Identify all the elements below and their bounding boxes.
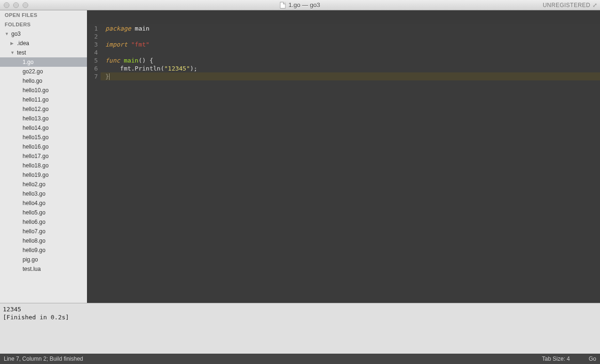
tree-file[interactable]: hello.go (0, 76, 87, 86)
tree-label: hello15.go (23, 134, 48, 141)
file-icon (280, 2, 285, 8)
tree-file[interactable]: hello16.go (0, 142, 87, 151)
tree-label: hello17.go (23, 153, 48, 159)
tree-file[interactable]: hello14.go (0, 123, 87, 133)
tree-label: 1.go (23, 59, 33, 65)
gutter: 1234567 (87, 24, 101, 303)
tree-file[interactable]: hello11.go (0, 95, 87, 104)
unregistered-badge: UNREGISTERED ⤢ (543, 2, 597, 8)
sidebar: OPEN FILES FOLDERS ▼ go3 ▶.idea▼test1.go… (0, 10, 87, 303)
tree-file[interactable]: hello15.go (0, 133, 87, 142)
tree-file[interactable]: hello2.go (0, 180, 87, 189)
unregistered-label: UNREGISTERED (543, 2, 590, 8)
tree-file[interactable]: hello8.go (0, 236, 87, 245)
zoom-window-icon[interactable] (23, 2, 28, 8)
tree-file[interactable]: hello18.go (0, 161, 87, 170)
window-title-text: 1.go — go3 (288, 1, 320, 8)
tree-file[interactable]: hello9.go (0, 245, 87, 255)
tree-file[interactable]: hello5.go (0, 208, 87, 217)
fullscreen-icon[interactable]: ⤢ (592, 2, 598, 8)
tree-label: hello4.go (23, 200, 46, 206)
tree-file[interactable]: 1.go (0, 57, 87, 67)
tree-label: hello16.go (23, 143, 48, 150)
main-area: OPEN FILES FOLDERS ▼ go3 ▶.idea▼test1.go… (0, 10, 600, 303)
window-title: 1.go — go3 (280, 1, 320, 8)
tree-label: hello11.go (23, 96, 48, 103)
titlebar: 1.go — go3 UNREGISTERED ⤢ (0, 0, 600, 10)
tree-label: hello10.go (23, 87, 48, 94)
tree-label: hello19.go (23, 172, 48, 178)
tree-file[interactable]: test.lua (0, 264, 87, 274)
tree-file[interactable]: hello7.go (0, 227, 87, 236)
tree-file[interactable]: hello17.go (0, 151, 87, 161)
tree-label: go22.go (23, 68, 43, 75)
line-number: 4 (87, 48, 98, 56)
line-number: 5 (87, 56, 98, 64)
folders-header[interactable]: FOLDERS (0, 20, 87, 29)
build-output-panel[interactable]: 12345 [Finished in 0.2s] (0, 303, 600, 354)
tree-file[interactable]: pig.go (0, 255, 87, 264)
status-syntax[interactable]: Go (589, 356, 596, 362)
tree-file[interactable]: hello13.go (0, 114, 87, 123)
code-line: fmt.Println("12345"); (105, 64, 600, 72)
open-files-header[interactable]: OPEN FILES (0, 10, 87, 20)
tree-file[interactable]: hello4.go (0, 198, 87, 208)
tree-label: hello2.go (23, 181, 46, 188)
tree-label: hello5.go (23, 209, 46, 216)
output-line: [Finished in 0.2s] (3, 313, 597, 321)
tree-label: hello14.go (23, 125, 48, 131)
minimize-window-icon[interactable] (13, 2, 19, 8)
tab-bar[interactable] (87, 10, 600, 24)
chevron-down-icon: ▼ (5, 32, 9, 36)
tree-file[interactable]: hello3.go (0, 189, 87, 198)
line-number: 6 (87, 64, 98, 72)
tree-label: hello8.go (23, 237, 46, 244)
tree-file[interactable]: hello19.go (0, 170, 87, 180)
tree-label: hello9.go (23, 247, 46, 253)
current-line-highlight (101, 72, 600, 80)
code-line (105, 32, 600, 40)
close-window-icon[interactable] (4, 2, 9, 8)
status-bar: Line 7, Column 2; Build finished Tab Siz… (0, 354, 600, 364)
code-line: package main (105, 24, 600, 32)
tree-label: hello13.go (23, 115, 48, 122)
tree-folder[interactable]: ▶.idea (0, 39, 87, 48)
tree-label: hello7.go (23, 228, 46, 235)
code-line (105, 48, 600, 56)
tree-folder[interactable]: ▼test (0, 48, 87, 57)
editor-column: 1234567 package main import "fmt" func m… (87, 10, 600, 303)
tree-label: test.lua (23, 266, 41, 272)
tree-label: .idea (17, 40, 29, 47)
line-number: 7 (87, 72, 98, 80)
line-number: 2 (87, 32, 98, 40)
tree-file[interactable]: go22.go (0, 67, 87, 76)
status-cursor-position[interactable]: Line 7, Column 2; Build finished (4, 356, 83, 362)
tree-label: hello18.go (23, 162, 48, 169)
code-line: func main() { (105, 56, 600, 64)
tree-file[interactable]: hello10.go (0, 86, 87, 95)
output-line: 12345 (3, 305, 597, 313)
tree-label: test (17, 49, 26, 56)
tree-label: hello.go (23, 78, 42, 84)
tree-label: hello12.go (23, 106, 48, 112)
code-editor[interactable]: 1234567 package main import "fmt" func m… (87, 24, 600, 303)
tree-label: hello3.go (23, 190, 46, 197)
code-area[interactable]: package main import "fmt" func main() { … (101, 24, 600, 303)
window-controls (4, 2, 28, 8)
file-tree: ▼ go3 ▶.idea▼test1.gogo22.gohello.gohell… (0, 29, 87, 303)
tree-label: hello6.go (23, 219, 46, 225)
tree-label: pig.go (23, 256, 38, 263)
code-line: import "fmt" (105, 40, 600, 48)
chevron-down-icon: ▼ (10, 50, 15, 55)
tree-label: go3 (11, 31, 21, 37)
line-number: 1 (87, 24, 98, 32)
tree-folder-root[interactable]: ▼ go3 (0, 29, 87, 39)
tree-file[interactable]: hello6.go (0, 217, 87, 227)
chevron-right-icon: ▶ (10, 41, 15, 46)
tree-file[interactable]: hello12.go (0, 104, 87, 114)
line-number: 3 (87, 40, 98, 48)
status-tab-size[interactable]: Tab Size: 4 (542, 356, 570, 362)
